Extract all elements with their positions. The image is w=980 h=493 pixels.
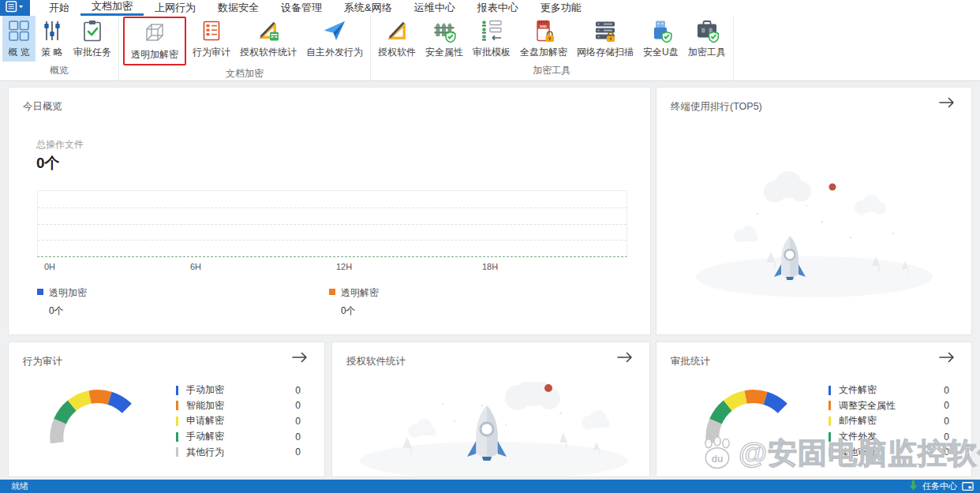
network-storage-scan-icon [593, 19, 617, 43]
ribbon-item-outgoing-behavior[interactable]: 自主外发行为 [301, 16, 368, 62]
legend-label: 调整安全属性 [839, 399, 896, 413]
task-center-button[interactable]: 任务中心 [922, 480, 957, 492]
tab-more-functions[interactable]: 更多功能 [529, 0, 593, 16]
ribbon-item-label: 授权软件 [378, 46, 416, 59]
approval-template-icon [480, 19, 503, 43]
legend-value: 0个 [341, 304, 379, 318]
behavior-audit-legend: 手动加密0 智能加密0 申请解密0 手动解密0 其他行为0 [176, 383, 301, 460]
approval-stats-legend: 文件解密0 调整安全属性0 邮件解密0 文件外发0 其他审批0 [829, 383, 949, 460]
ribbon-item-policy[interactable]: 策 略 [36, 16, 69, 62]
tab-data-security[interactable]: 数据安全 [207, 0, 270, 16]
outgoing-paper-plane-icon [323, 19, 346, 43]
legend-row: 手动加密0 [176, 383, 301, 398]
tab-bar: 开始 文档加密 上网行为 数据安全 设备管理 系统&网络 运维中心 报表中心 更… [0, 0, 980, 16]
ribbon-group-document-encryption: 透明加解密 行为审计 授权软件统计 自主外发行为 [119, 16, 371, 80]
ribbon-item-label: 安全U盘 [643, 46, 679, 59]
ribbon-item-authorized-software-stats[interactable]: 授权软件统计 [235, 16, 301, 62]
tab-report-center[interactable]: 报表中心 [466, 0, 529, 16]
ribbon-item-approval-template[interactable]: 审批模板 [468, 16, 515, 62]
task-window-icon[interactable] [962, 480, 974, 493]
ribbon-tabs: 开始 文档加密 上网行为 数据安全 设备管理 系统&网络 运维中心 报表中心 更… [38, 0, 593, 16]
app-menu-button[interactable] [0, 0, 30, 16]
panel-more-button[interactable] [616, 352, 634, 366]
legend-row: 文件解密0 [829, 383, 949, 398]
behavior-audit-card: 行为审计 手动加密0 智能加密0 申请解密0 手动解密0 其他行为0 [8, 342, 325, 477]
legend-label: 手动解密 [186, 430, 224, 443]
ribbon-item-authorized-software[interactable]: 授权软件 [373, 16, 421, 62]
tab-system-network[interactable]: 系统&网络 [333, 0, 403, 16]
legend-row: 其他审批0 [829, 444, 949, 460]
overview-grid-icon [7, 19, 31, 43]
legend-label: 邮件解密 [839, 414, 877, 428]
empty-state-rocket-illustration [360, 382, 628, 476]
ribbon: 概 览 策 略 审批任务 概览 [0, 16, 980, 81]
transparent-encryption-cube-icon [143, 21, 166, 45]
legend-transparent-encryption: 透明加密 0个 [37, 285, 87, 318]
app-menu-icon [6, 1, 24, 16]
legend-label: 申请解密 [186, 414, 224, 428]
tab-start[interactable]: 开始 [38, 0, 80, 16]
software-stats-card: 授权软件统计 [331, 342, 650, 477]
legend-row: 手动解密0 [176, 429, 301, 445]
gridline [38, 207, 627, 208]
panel-more-button[interactable] [938, 352, 956, 366]
ribbon-group-label: 加密工具 [373, 62, 731, 80]
ribbon-item-label: 自主外发行为 [306, 46, 363, 59]
legend-label: 其他审批 [839, 446, 877, 459]
tab-internet-behavior[interactable]: 上网行为 [144, 0, 207, 16]
ribbon-item-encryption-tools[interactable]: 加密工具 [683, 16, 731, 62]
legend-row: 调整安全属性0 [829, 398, 949, 414]
legend-row: 其他行为0 [176, 444, 301, 460]
total-files-label: 总操作文件 [36, 138, 84, 151]
behavior-audit-doc-icon [200, 19, 223, 43]
legend-marker [176, 386, 178, 395]
red-highlight-box: 透明加解密 [123, 17, 186, 65]
ribbon-item-label: 行为审计 [193, 46, 230, 59]
ribbon-item-security-attribute[interactable]: 安全属性 [421, 16, 468, 62]
ribbon-group-overview: 概 览 策 略 审批任务 概览 [0, 16, 119, 80]
ribbon-item-approval-task[interactable]: 审批任务 [69, 16, 116, 62]
behavior-audit-gauge [36, 374, 155, 457]
ribbon-item-label: 加密工具 [688, 46, 726, 59]
legend-row: 申请解密0 [176, 413, 301, 429]
legend-value: 0 [295, 400, 301, 411]
legend-marker [176, 401, 178, 410]
legend-value: 0 [295, 385, 301, 396]
legend-marker [176, 447, 178, 457]
legend-label: 手动加密 [186, 383, 224, 397]
ribbon-item-secure-usb[interactable]: 安全U盘 [638, 16, 683, 62]
ribbon-group-encryption-tools: 授权软件 安全属性 审批模板 SSD 全盘加解密 [371, 16, 734, 80]
status-bar: 就绪 任务中心 [0, 480, 980, 493]
main-content: 今日概览 总操作文件 0个 0H 6H 12H 18H 透明加密 0个 透明解密… [0, 81, 980, 480]
panel-title: 行为审计 [23, 355, 62, 368]
ribbon-item-network-storage-scan[interactable]: 网络存储扫描 [572, 16, 638, 62]
ribbon-item-behavior-audit[interactable]: 行为审计 [188, 16, 235, 62]
legend-transparent-decryption: 透明解密 0个 [329, 285, 379, 318]
approval-stats-gauge [692, 374, 810, 457]
ribbon-item-overview[interactable]: 概 览 [2, 16, 36, 62]
gridline [38, 240, 627, 241]
legend-value: 0 [295, 446, 301, 458]
tab-device-management[interactable]: 设备管理 [270, 0, 333, 16]
panel-more-button[interactable] [938, 97, 956, 111]
panel-title: 今日概览 [23, 100, 62, 114]
legend-marker [176, 416, 178, 426]
ribbon-item-label: 概 览 [8, 46, 29, 59]
ribbon-item-full-disk-encryption[interactable]: SSD 全盘加解密 [515, 16, 572, 62]
x-tick: 12H [336, 262, 352, 271]
today-overview-card: 今日概览 总操作文件 0个 0H 6H 12H 18H 透明加密 0个 透明解密… [8, 87, 651, 335]
status-ready-text: 就绪 [11, 480, 28, 492]
panel-more-button[interactable] [291, 352, 309, 366]
tab-document-encryption[interactable]: 文档加密 [80, 0, 144, 16]
legend-value: 0 [944, 446, 949, 458]
ribbon-item-label: 网络存储扫描 [577, 46, 634, 59]
authorized-software-stats-icon [256, 19, 280, 43]
x-tick: 6H [190, 262, 201, 271]
ribbon-group-label: 概览 [2, 62, 116, 80]
ribbon-item-transparent-encryption[interactable]: 透明加解密 [126, 18, 183, 64]
legend-row: 文件外发0 [829, 429, 949, 445]
tab-ops-center[interactable]: 运维中心 [403, 0, 466, 16]
legend-label: 透明解密 [341, 287, 379, 298]
x-axis-ticks: 0H 6H 12H 18H [37, 262, 627, 273]
secure-usb-icon [649, 19, 672, 43]
